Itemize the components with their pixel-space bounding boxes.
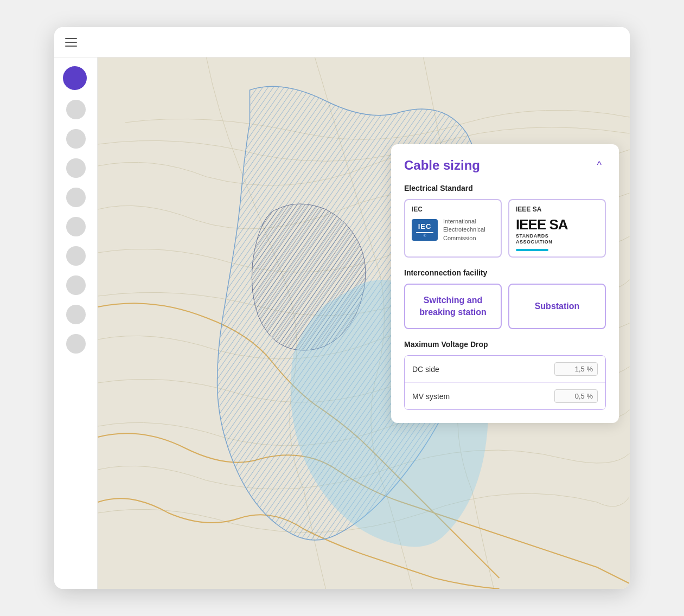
sidebar-item-9[interactable] <box>66 305 86 324</box>
iec-logo-dot-mark: ® <box>423 234 426 238</box>
voltage-drop-table: DC side 1,5 % MV system 0,5 % <box>404 355 606 410</box>
panel-header: Cable sizing ^ <box>404 157 606 173</box>
ieee-sa-bar <box>516 249 548 251</box>
sidebar-item-4[interactable] <box>66 158 86 178</box>
mv-system-label: MV system <box>412 392 554 401</box>
iec-logo: IEC ® <box>412 219 438 241</box>
sidebar-item-6[interactable] <box>66 217 86 236</box>
ieee-sa-card[interactable]: IEEE SA IEEE SA STANDARDSASSOCIATION <box>508 199 606 258</box>
sidebar-item-3[interactable] <box>66 129 86 149</box>
sidebar-item-5[interactable] <box>66 188 86 207</box>
collapse-button[interactable]: ^ <box>593 157 606 173</box>
mv-system-value[interactable]: 0,5 % <box>554 389 598 403</box>
sidebar-item-7[interactable] <box>66 246 86 266</box>
iec-card[interactable]: IEC IEC ® International Electrotechnical… <box>404 199 502 258</box>
app-window: Cable sizing ^ Electrical Standard IEC I… <box>54 27 630 589</box>
ieee-sa-main-text: IEEE SA <box>516 217 568 232</box>
map-area[interactable]: Cable sizing ^ Electrical Standard IEC I… <box>98 57 630 589</box>
facility-row: Switching andbreaking station Substation <box>404 284 606 330</box>
electrical-standard-label: Electrical Standard <box>404 184 606 193</box>
cable-sizing-panel: Cable sizing ^ Electrical Standard IEC I… <box>391 144 619 423</box>
ieee-sa-sub-text: STANDARDSASSOCIATION <box>516 233 552 245</box>
dc-side-label: DC side <box>412 365 554 374</box>
sidebar <box>54 57 98 589</box>
title-bar <box>54 27 630 57</box>
voltage-row-mv: MV system 0,5 % <box>405 383 605 409</box>
substation-button[interactable]: Substation <box>508 284 606 330</box>
panel-title: Cable sizing <box>404 158 480 173</box>
sidebar-item-2[interactable] <box>66 100 86 119</box>
iec-description: International Electrotechnical Commissio… <box>443 217 494 242</box>
voltage-row-dc: DC side 1,5 % <box>405 356 605 383</box>
menu-button[interactable] <box>65 38 77 47</box>
iec-card-content: IEC ® International Electrotechnical Com… <box>412 217 494 242</box>
iec-logo-text: IEC <box>418 222 432 230</box>
iec-logo-inner: IEC ® <box>412 222 438 238</box>
sidebar-item-8[interactable] <box>66 275 86 295</box>
max-voltage-drop-label: Maximum Voltage Drop <box>404 340 606 349</box>
ieee-sa-logo: IEEE SA STANDARDSASSOCIATION <box>516 217 568 251</box>
main-area: Cable sizing ^ Electrical Standard IEC I… <box>54 57 630 589</box>
switching-station-button[interactable]: Switching andbreaking station <box>404 284 502 330</box>
iec-logo-bar <box>416 232 433 233</box>
ieee-sa-card-label: IEEE SA <box>516 206 598 213</box>
standards-row: IEC IEC ® International Electrotechnical… <box>404 199 606 258</box>
interconnection-facility-label: Interconnection facility <box>404 268 606 277</box>
dc-side-value[interactable]: 1,5 % <box>554 362 598 376</box>
iec-card-label: IEC <box>412 206 494 213</box>
ieee-sa-card-content: IEEE SA STANDARDSASSOCIATION <box>516 217 598 251</box>
sidebar-item-home[interactable] <box>63 66 87 90</box>
sidebar-item-10[interactable] <box>66 334 86 354</box>
